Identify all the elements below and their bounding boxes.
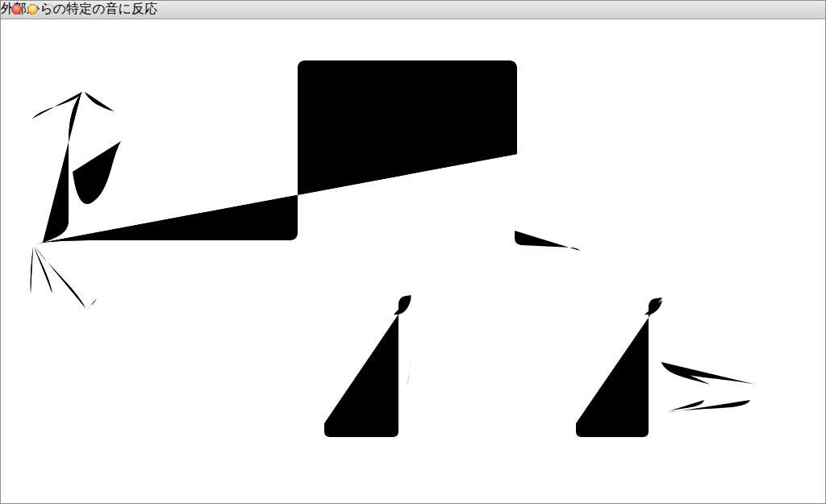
zoom-button[interactable] [44,4,54,15]
patcher-canvas: マイクon / off ~ -0.000031 * 1000. ▶0.284 3… [1,1,825,504]
title-bar: 外部からの特定の音に反応 [1,1,825,19]
message-cables [73,127,757,437]
patcher-window: 外部からの特定の音に反応 [0,0,826,504]
patch-cables [1,1,826,504]
close-button[interactable] [11,4,22,15]
window-title: 外部からの特定の音に反応 [1,1,825,18]
minimize-button[interactable] [27,4,38,15]
